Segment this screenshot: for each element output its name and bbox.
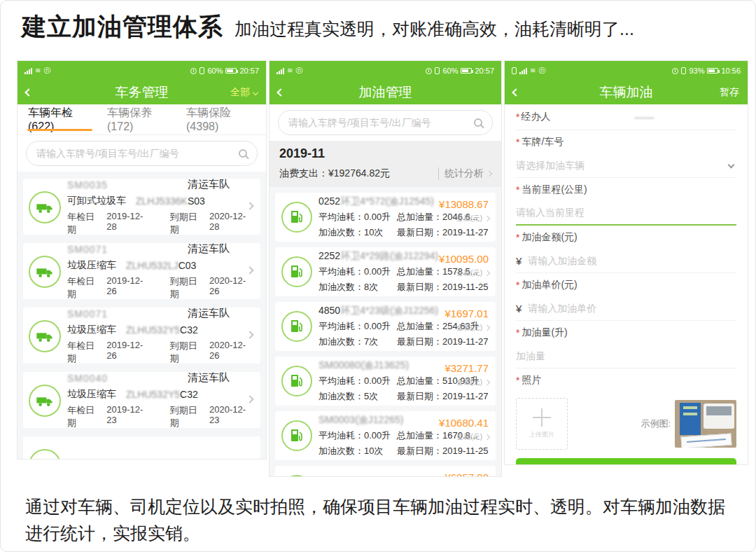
vibrate-icon <box>681 67 686 74</box>
fleet-name: 清运车队 <box>188 371 230 385</box>
upload-photo-button[interactable]: 上传图片 <box>516 398 568 450</box>
battery-percent: 93% <box>689 67 704 75</box>
price-input[interactable]: ¥ 请输入加油单价 <box>516 297 736 321</box>
fuel-times-label: 加油次数： <box>318 282 364 292</box>
status-bar: ≋ ⓝ 60% 20:57 <box>270 61 501 81</box>
fuel-record-item[interactable]: 0252环卫4*572(渝J12545) 平均油耗：0.00升 总加油量：204… <box>275 193 496 242</box>
fuel-times-value: 10次 <box>364 446 383 456</box>
amount-unit-label: 金额(元) <box>456 378 482 387</box>
upload-text: 上传图片 <box>529 430 554 439</box>
fuel-record-item[interactable]: SM0003(渝J12265) 平均油耗：0.00升 总加油量：1670.8..… <box>275 411 496 460</box>
yen-prefix: ¥ <box>516 255 522 267</box>
fuel-pump-icon <box>281 366 312 396</box>
mileage-label-row: * 当前里程(公里) <box>516 178 736 202</box>
fuel-times-label: 加油次数： <box>318 227 364 237</box>
refuel-form: * 经办人 —— * 车牌/车号 请选择加油车辆 * 当前里程(公里) <box>505 104 748 465</box>
volume-input[interactable]: 加油量 <box>516 345 736 368</box>
vehicle-placeholder: 请选择加油车辆 <box>516 160 584 172</box>
fuel-record-item[interactable]: 4850环卫4*23级(渝J12256) 平均油耗：0.00升 总加油量：254… <box>275 302 496 351</box>
screenshot-canvas: 建立加油管理体系 加油过程真实透明，对账准确高效，油耗清晰明了... ≋ ⓝ 6… <box>0 0 756 552</box>
amount-input[interactable]: ¥ 请输入加油金额 <box>516 249 736 273</box>
yen-prefix: ¥ <box>516 303 522 315</box>
amount-value: ¥1697.01 <box>444 308 489 319</box>
chevron-down-icon <box>253 90 258 95</box>
vehicle-type: 垃圾压缩车 <box>67 324 116 336</box>
fuel-pump-icon <box>281 311 312 342</box>
statistics-link[interactable]: 统计分析 <box>438 167 491 180</box>
fuel-record-item[interactable]: 2252环卫4*29路(渝J12294) 平均油耗：0.00升 总加油量：157… <box>275 247 496 296</box>
truck-icon <box>29 256 61 288</box>
nfc-icon: ⓝ <box>43 67 50 74</box>
mileage-input[interactable]: 请输入当前里程 <box>516 202 736 226</box>
status-bar: ≋ ⓝ 60% 20:57 <box>18 61 266 81</box>
operator-label: 经办人 <box>521 111 550 123</box>
avg-fuel-label: 平均油耗： <box>318 321 364 331</box>
vehicle-list-item[interactable]: SM0071 清运车队 垃圾压缩车 ZLHU532Y5C32 年检日期 2019… <box>23 308 260 364</box>
wifi-icon: ≋ <box>530 67 536 74</box>
latest-date-label: 最新日期： <box>397 446 442 456</box>
search-input[interactable] <box>36 148 233 159</box>
inspection-date-label: 年检日期 <box>67 275 102 301</box>
filter-all-dropdown[interactable]: 全部 <box>230 86 258 99</box>
latest-date-value: 2019-11-27 <box>442 391 489 401</box>
fuel-times-value: 10次 <box>364 227 383 237</box>
volume-placeholder: 加油量 <box>516 350 545 363</box>
latest-date-value: 2019-11-27 <box>442 227 489 237</box>
search-icon <box>239 149 247 158</box>
signal-icon <box>276 68 284 74</box>
total-fuel-label: 总加油量： <box>397 266 442 277</box>
phone-screens-row: ≋ ⓝ 60% 20:57 车务管理 全部 <box>17 60 748 477</box>
avg-fuel-value: 0.00升 <box>364 212 391 222</box>
expiry-date-label: 到期日期 <box>170 404 204 429</box>
photo-label: 照片 <box>522 374 541 387</box>
expiry-date-label: 到期日期 <box>170 340 204 365</box>
expiry-date-label: 到期日期 <box>170 211 204 236</box>
amount-label-row: * 加油金额(元) <box>516 226 736 249</box>
vehicle-type: 垃圾压缩车 <box>67 259 116 272</box>
vehicle-list-item[interactable]: SM0040 清运车队 <box>23 436 260 460</box>
avg-fuel-label: 平均油耗： <box>318 212 364 222</box>
search-input[interactable] <box>288 117 468 128</box>
expense-value: ¥192764.82元 <box>328 167 390 179</box>
record-id: 2252 <box>318 250 340 263</box>
plus-icon <box>533 408 551 427</box>
fuel-record-item[interactable]: SM0000 ¥6857.00 金额(元) <box>275 466 496 477</box>
inspection-date: 2019-12-28 <box>106 211 150 236</box>
inspection-date-label: 年检日期 <box>67 211 102 236</box>
tab-insurance[interactable]: 车辆保险(4398) <box>184 104 258 134</box>
save-draft-button[interactable]: 暂存 <box>720 86 739 99</box>
photo-label-row: * 照片 <box>516 368 736 392</box>
required-mark: * <box>516 137 519 148</box>
fuel-times-value: 8次 <box>364 282 378 292</box>
record-plate-blurred: 环卫4*572(渝J12545) <box>340 195 434 208</box>
nav-bar: 车辆加油 暂存 <box>505 81 748 104</box>
avg-fuel-label: 平均油耗： <box>318 430 364 441</box>
submit-button[interactable]: 提交 <box>516 458 736 465</box>
vehicle-code: C32 <box>180 389 198 400</box>
fuel-record-item[interactable]: SM00080(渝J13625) 平均油耗：0.00升 总加油量：510.93升… <box>275 357 496 406</box>
vehicle-list-item[interactable]: SM0071 清运车队 垃圾压缩车 ZLHU532LJC03 年检日期 2019… <box>23 243 260 299</box>
expiry-date-label: 到期日期 <box>170 275 204 301</box>
vehicle-list-item[interactable]: SM0035 清运车队 可卸式垃圾车 ZLHJ5336KS03 年检日期 201… <box>23 179 260 235</box>
vehicle-refuel-form-screen: ≋ ⓝ 93% 10:56 车辆加油 暂存 * <box>504 60 748 465</box>
operator-field[interactable]: * 经办人 —— <box>516 104 736 130</box>
search-box[interactable] <box>278 110 493 135</box>
record-plate-blurred: SM00080(渝J13625) <box>318 359 409 372</box>
wifi-icon: ≋ <box>35 67 41 74</box>
signal-icon <box>519 68 527 74</box>
search-box[interactable] <box>26 141 258 166</box>
vehicle-code-blurred: ZLHU532Y5 <box>126 324 180 336</box>
tab-maintenance[interactable]: 车辆保养(172) <box>105 104 173 134</box>
vehicle-code-blurred: ZLHJ5336K <box>136 195 188 207</box>
inspection-date-label: 年检日期 <box>67 340 102 365</box>
vehicle-select[interactable]: 请选择加油车辆 <box>516 154 736 178</box>
fuel-times-value: 5次 <box>364 391 378 401</box>
filter-label: 全部 <box>230 86 250 99</box>
chevron-right-icon <box>484 434 490 440</box>
example-label: 示例图: <box>640 418 671 430</box>
vehicle-code: C32 <box>180 324 198 336</box>
tab-annual-inspection[interactable]: 车辆年检(622) <box>26 104 94 134</box>
record-plate-blurred: 环卫4*23级(渝J12256) <box>340 305 438 317</box>
vehicle-list-item[interactable]: SM0040 清运车队 垃圾压缩车 ZLHU532Y5C32 年检日期 2019… <box>23 372 260 428</box>
nfc-icon: ⓝ <box>295 67 302 74</box>
